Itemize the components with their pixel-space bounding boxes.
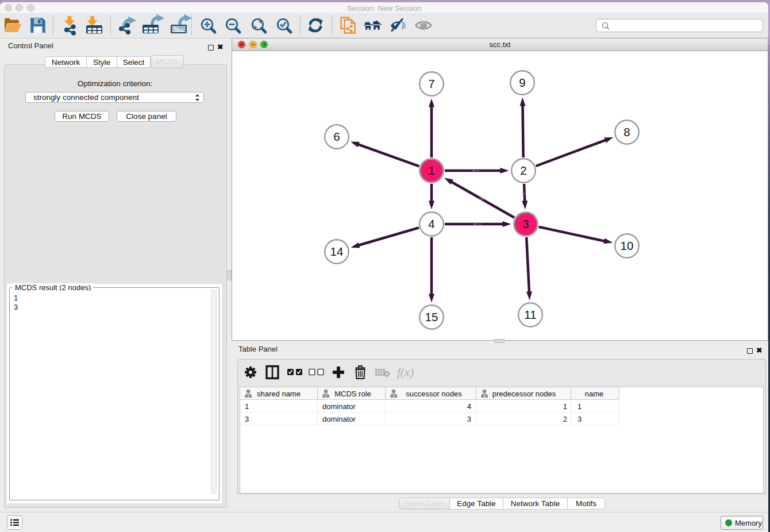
- svg-text:3: 3: [245, 415, 249, 423]
- svg-text:1: 1: [245, 402, 249, 411]
- svg-text:1: 1: [428, 164, 434, 177]
- svg-text:shared name: shared name: [257, 390, 301, 398]
- svg-text:MCDS role: MCDS role: [334, 390, 371, 398]
- svg-text:3: 3: [467, 415, 471, 423]
- svg-text:predecessor nodes: predecessor nodes: [492, 390, 556, 398]
- svg-text:name: name: [585, 390, 604, 398]
- svg-text:f(x): f(x): [397, 365, 414, 379]
- svg-text:3: 3: [522, 217, 529, 230]
- svg-text:dominator: dominator: [322, 402, 356, 411]
- svg-text:2: 2: [563, 415, 567, 423]
- svg-text:15: 15: [425, 310, 438, 323]
- svg-text:7: 7: [428, 77, 434, 90]
- svg-text:1: 1: [578, 402, 582, 411]
- svg-text:dominator: dominator: [322, 415, 356, 423]
- svg-text:3: 3: [578, 415, 582, 423]
- svg-text:4: 4: [467, 402, 471, 411]
- svg-text:11: 11: [524, 308, 536, 321]
- svg-text:1: 1: [563, 402, 567, 411]
- svg-text:8: 8: [623, 125, 630, 138]
- svg-text:14: 14: [330, 245, 344, 258]
- svg-text:9: 9: [519, 76, 525, 89]
- svg-text:4: 4: [428, 217, 434, 230]
- svg-text:6: 6: [333, 130, 340, 143]
- svg-text:10: 10: [621, 239, 634, 252]
- svg-text:successor nodes: successor nodes: [406, 390, 462, 398]
- svg-text:2: 2: [520, 164, 526, 177]
